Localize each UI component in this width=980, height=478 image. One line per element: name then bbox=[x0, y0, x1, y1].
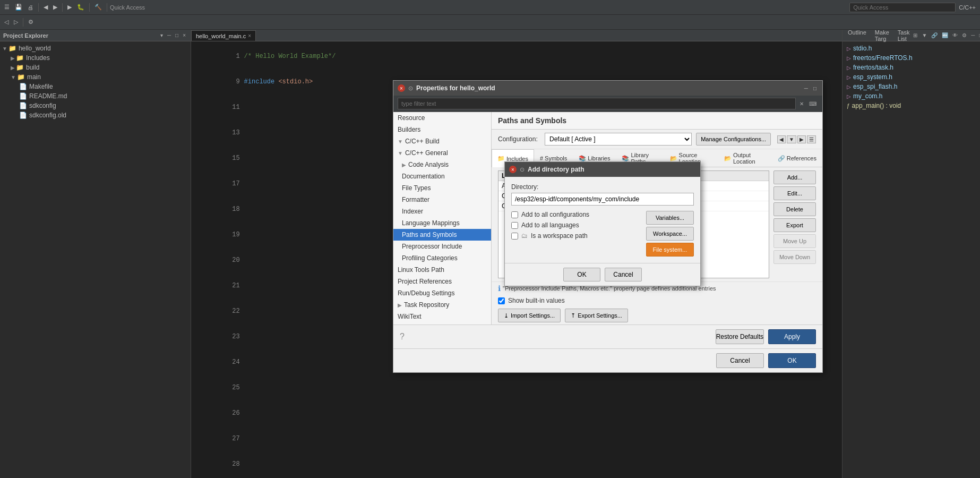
toolbar-print-btn[interactable]: 🖨 bbox=[25, 3, 36, 12]
nav-item-language-mappings[interactable]: Language Mappings bbox=[393, 217, 491, 229]
nav-item-task-repo[interactable]: ▶ Task Repository bbox=[393, 299, 491, 311]
outline-tab-make[interactable]: Make Targ bbox=[873, 29, 891, 42]
panel-collapse-btn[interactable]: ▾ bbox=[159, 32, 165, 39]
outline-item-stdio[interactable]: ▷ stdio.h bbox=[843, 44, 980, 53]
nav-item-code-analysis[interactable]: ▶ Code Analysis bbox=[393, 159, 491, 170]
outline-link-btn[interactable]: 🔗 bbox=[930, 32, 939, 39]
move-down-btn[interactable]: Move Down bbox=[773, 250, 816, 264]
nav-item-indexer[interactable]: Indexer bbox=[393, 206, 491, 217]
apply-btn[interactable]: Apply bbox=[768, 329, 816, 344]
outline-hide-btn[interactable]: 👁 bbox=[951, 32, 959, 39]
nav-item-formatter[interactable]: Formatter bbox=[393, 194, 491, 206]
nav-item-project-refs[interactable]: Project References bbox=[393, 276, 491, 287]
help-icon[interactable]: ? bbox=[400, 332, 405, 342]
nav-item-wikitext[interactable]: WikiText bbox=[393, 311, 491, 322]
toolbar-menu-btn[interactable]: ☰ bbox=[2, 3, 12, 12]
toolbar2-btn1[interactable]: ◁ bbox=[2, 18, 11, 27]
tree-item-main[interactable]: ▼ 📁 main bbox=[0, 72, 191, 82]
check-workspace-path[interactable] bbox=[511, 233, 518, 240]
config-select[interactable]: Default [ Active ] bbox=[545, 133, 692, 146]
outline-collapse-all-btn[interactable]: ▼ bbox=[920, 32, 929, 39]
tree-item-readme[interactable]: 📄 README.md bbox=[0, 91, 191, 101]
nav-item-ccbuild[interactable]: ▼ C/C++ Build bbox=[393, 135, 491, 147]
nav-item-resource[interactable]: Resource bbox=[393, 112, 491, 124]
directory-input[interactable] bbox=[511, 193, 694, 206]
restore-defaults-btn[interactable]: Restore Defaults bbox=[716, 329, 764, 344]
outline-max-btn[interactable]: □ bbox=[977, 32, 980, 39]
toolbar-debug-btn[interactable]: 🐛 bbox=[75, 3, 87, 12]
export-settings-btn[interactable]: ⤒ Export Settings... bbox=[565, 309, 628, 322]
toolbar-run-btn[interactable]: ▶ bbox=[65, 3, 74, 12]
outline-item-esp-spi[interactable]: ▷ esp_spi_flash.h bbox=[843, 82, 980, 91]
tree-item-includes[interactable]: ▶ 📁 Includes bbox=[0, 53, 191, 63]
outline-options-btn[interactable]: ⚙ bbox=[960, 32, 968, 39]
panel-max-btn[interactable]: □ bbox=[174, 32, 180, 39]
toolbar-perspective-btn[interactable]: C/C++ bbox=[957, 3, 978, 12]
editor-tab-main[interactable]: hello_world_main.c × bbox=[191, 30, 256, 41]
filesystem-btn[interactable]: File system... bbox=[646, 243, 694, 257]
config-forward-btn[interactable]: ▶ bbox=[797, 135, 806, 143]
cancel-btn[interactable]: Cancel bbox=[716, 353, 764, 368]
add-dir-cancel-btn[interactable]: Cancel bbox=[605, 268, 642, 281]
nav-item-linux-tools[interactable]: Linux Tools Path bbox=[393, 264, 491, 276]
show-builtin-checkbox[interactable] bbox=[498, 297, 505, 304]
properties-max-btn[interactable]: □ bbox=[812, 85, 818, 92]
nav-item-documentation[interactable]: Documentation bbox=[393, 170, 491, 182]
config-back-btn[interactable]: ◀ bbox=[777, 135, 786, 143]
editor-tab-close[interactable]: × bbox=[248, 33, 251, 39]
edit-btn[interactable]: Edit... bbox=[773, 186, 816, 200]
tree-item-build[interactable]: ▶ 📁 build bbox=[0, 63, 191, 72]
nav-item-run-debug[interactable]: Run/Debug Settings bbox=[393, 287, 491, 299]
outline-item-task[interactable]: ▷ freertos/task.h bbox=[843, 63, 980, 72]
check-all-languages[interactable] bbox=[511, 222, 518, 229]
tree-item-sdkconfig-old[interactable]: 📄 sdkconfig.old bbox=[0, 110, 191, 120]
filter-clear-btn[interactable]: ✕ bbox=[798, 100, 805, 107]
properties-min-btn[interactable]: ─ bbox=[803, 85, 810, 92]
outline-item-my-com[interactable]: ▷ my_com.h bbox=[843, 91, 980, 101]
nav-item-ccgeneral[interactable]: ▼ C/C++ General bbox=[393, 147, 491, 159]
nav-item-profiling[interactable]: Profiling Categories bbox=[393, 252, 491, 264]
outline-item-app-main[interactable]: ƒ app_main() : void bbox=[843, 101, 980, 110]
toolbar-build-btn[interactable]: 🔨 bbox=[92, 3, 104, 12]
outline-tab-tasks[interactable]: Task List bbox=[896, 29, 912, 42]
move-up-btn[interactable]: Move Up bbox=[773, 234, 816, 248]
workspace-btn[interactable]: Workspace... bbox=[646, 227, 694, 241]
panel-min-btn[interactable]: ─ bbox=[166, 32, 173, 39]
filter-input[interactable] bbox=[398, 98, 796, 109]
tree-item-makefile[interactable]: 📄 Makefile bbox=[0, 82, 191, 91]
toolbar-forward-btn[interactable]: ▶ bbox=[51, 3, 59, 12]
properties-close-btn[interactable]: × bbox=[398, 84, 405, 92]
config-menu-btn[interactable]: ☰ bbox=[807, 135, 816, 143]
outline-sort-btn[interactable]: 🔤 bbox=[940, 32, 950, 39]
nav-item-file-types[interactable]: File Types bbox=[393, 182, 491, 194]
tab-references[interactable]: 🔗 References bbox=[772, 149, 822, 167]
check-all-configs[interactable] bbox=[511, 211, 518, 218]
filter-options-btn[interactable]: ⌨ bbox=[807, 100, 818, 107]
export-btn[interactable]: Export bbox=[773, 218, 816, 232]
manage-configurations-btn[interactable]: Manage Configurations... bbox=[696, 133, 771, 146]
tree-item-project[interactable]: ▼ 📁 hello_world bbox=[0, 44, 191, 53]
toolbar-save-btn[interactable]: 💾 bbox=[13, 3, 24, 12]
add-dir-ok-btn[interactable]: OK bbox=[563, 268, 600, 281]
add-dir-close-btn[interactable]: × bbox=[509, 166, 517, 173]
nav-item-paths-symbols[interactable]: Paths and Symbols bbox=[393, 229, 491, 241]
panel-close-btn[interactable]: × bbox=[181, 32, 187, 39]
nav-item-preprocessor[interactable]: Preprocessor Include bbox=[393, 241, 491, 252]
toolbar-back-btn[interactable]: ◀ bbox=[41, 3, 50, 12]
outline-item-freertos[interactable]: ▷ freertos/FreeRTOS.h bbox=[843, 53, 980, 63]
outline-min-btn[interactable]: ─ bbox=[969, 32, 976, 39]
ok-btn[interactable]: OK bbox=[768, 353, 816, 368]
tab-output-location[interactable]: 📂 Output Location bbox=[718, 149, 772, 167]
outline-item-esp-system[interactable]: ▷ esp_system.h bbox=[843, 72, 980, 82]
add-btn[interactable]: Add... bbox=[773, 170, 816, 184]
delete-btn[interactable]: Delete bbox=[773, 202, 816, 216]
outline-tab-outline[interactable]: Outline bbox=[846, 29, 869, 42]
nav-item-builders[interactable]: Builders bbox=[393, 124, 491, 135]
import-settings-btn[interactable]: ⤓ Import Settings... bbox=[498, 309, 561, 322]
outline-icons-btn[interactable]: ⊞ bbox=[912, 32, 919, 39]
toolbar2-btn2[interactable]: ▷ bbox=[12, 18, 20, 27]
toolbar2-btn3[interactable]: ⚙ bbox=[26, 18, 36, 27]
tree-item-sdkconfig[interactable]: 📄 sdkconfig bbox=[0, 101, 191, 110]
quick-access-input[interactable] bbox=[849, 3, 956, 12]
config-dropdown-btn[interactable]: ▼ bbox=[787, 135, 796, 143]
